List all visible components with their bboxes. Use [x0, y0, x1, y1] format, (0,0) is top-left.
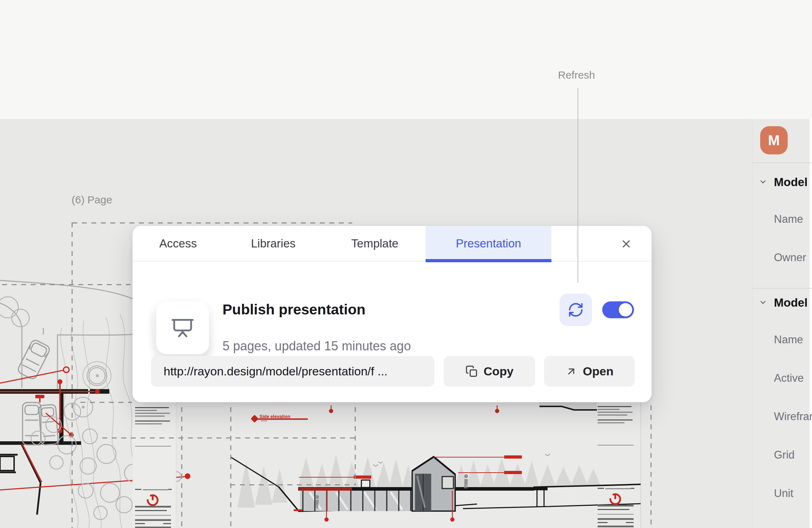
tab-template[interactable]: Template — [328, 226, 422, 261]
sidebar-item-grid[interactable]: Grid — [774, 449, 795, 461]
sidebar-item-name[interactable]: Name — [774, 333, 803, 346]
title-block — [135, 406, 174, 528]
chevron-down-icon[interactable] — [759, 178, 767, 186]
selection-dash — [102, 437, 355, 438]
canvas-top-margin — [0, 0, 812, 119]
share-url-field[interactable]: http://rayon.design/model/presentation/f… — [151, 356, 434, 387]
properties-sidebar: M ModelNameOwnerModelNameActiveWireframe… — [752, 119, 812, 528]
sync-icon — [568, 302, 584, 318]
open-link-button[interactable]: Open — [544, 356, 635, 387]
page-frame-label[interactable]: (6) Page — [72, 194, 112, 206]
selection-dash — [355, 407, 356, 485]
tab-libraries[interactable]: Libraries — [226, 226, 321, 261]
selection-dash-top — [72, 222, 352, 223]
sidebar-divider — [752, 162, 812, 163]
selection-dash — [181, 407, 182, 528]
toggle-knob — [619, 303, 632, 317]
sidebar-item-name[interactable]: Name — [774, 213, 803, 226]
sidebar-item-unit[interactable]: Unit — [774, 487, 793, 500]
house-elevation-page — [230, 402, 641, 528]
active-tab-underline — [426, 259, 551, 262]
sidebar-item-owner[interactable]: Owner — [774, 251, 806, 264]
tab-presentation[interactable]: Presentation — [426, 226, 551, 261]
selection-dash-left — [72, 222, 73, 528]
presentation-card — [156, 301, 209, 354]
selection-dash — [230, 407, 231, 528]
refresh-presentation-button[interactable] — [560, 294, 592, 326]
open-label: Open — [583, 364, 613, 378]
sidebar-section-title[interactable]: Model — [774, 296, 807, 309]
tabbar-divider — [576, 231, 577, 257]
selection-dash — [80, 402, 132, 403]
publish-toggle[interactable] — [602, 301, 634, 318]
avatar[interactable]: M — [760, 126, 788, 154]
arrow-up-right-icon — [565, 366, 577, 377]
chevron-down-icon[interactable] — [759, 298, 767, 307]
copy-icon — [465, 365, 478, 378]
title-block — [598, 405, 636, 528]
sidebar-item-active[interactable]: Active — [774, 372, 804, 385]
selection-dash — [2, 284, 130, 285]
publish-title: Publish presentation — [222, 301, 366, 318]
sidebar-section-title[interactable]: Model — [774, 176, 807, 189]
copy-link-button[interactable]: Copy — [444, 356, 535, 387]
presentation-board-icon — [170, 315, 195, 340]
selection-dash — [651, 405, 652, 528]
share-modal: PresentationTemplateLibrariesAccess Publ… — [133, 226, 652, 402]
close-button[interactable] — [611, 232, 641, 256]
refresh-callout-label: Refresh — [536, 69, 617, 81]
copy-label: Copy — [484, 364, 514, 378]
sidebar-scrollbar[interactable] — [810, 119, 812, 528]
publish-subtitle: 5 pages, updated 15 minutes ago — [222, 339, 411, 354]
refresh-callout-line — [578, 88, 578, 283]
share-modal-tabbar: PresentationTemplateLibrariesAccess — [133, 226, 652, 262]
sidebar-item-wireframe[interactable]: Wireframe — [774, 410, 812, 423]
elevation-scale-tick — [261, 420, 267, 421]
tab-access[interactable]: Access — [139, 226, 217, 261]
house-elevation-drawing — [230, 402, 641, 528]
sidebar-divider — [752, 288, 812, 289]
elevation-label: Side elevation — [260, 414, 290, 419]
close-icon — [620, 238, 632, 250]
selection-dash — [230, 484, 356, 485]
